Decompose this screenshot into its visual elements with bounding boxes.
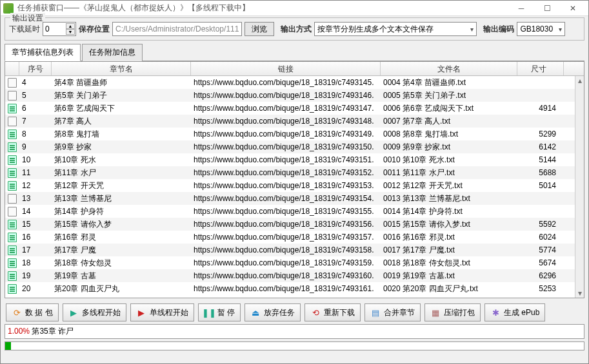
file-status-icon — [8, 117, 17, 126]
cell-link: https://www.bqduo.com/biquge/18_18319/c7… — [191, 104, 381, 113]
cell-link: https://www.bqduo.com/biquge/18_18319/c7… — [191, 78, 381, 87]
cell-name: 第20章 四血灭尸丸 — [52, 283, 191, 294]
table-row[interactable]: 20第20章 四血灭尸丸https://www.bqduo.com/biquge… — [5, 282, 575, 295]
cell-name: 第5章 关门弟子 — [52, 90, 191, 101]
cell-file: 0011 第11章 水尸.txt — [381, 168, 517, 178]
table-header: 序号 章节名 链接 文件名 尺寸 — [5, 62, 584, 76]
cell-size: 4914 — [517, 104, 564, 113]
cell-file: 0012 第12章 开天咒.txt — [381, 180, 517, 191]
table-row[interactable]: 15第15章 请你入梦https://www.bqduo.com/biquge/… — [5, 218, 575, 231]
minimize-button[interactable]: ─ — [508, 1, 534, 15]
cell-seq: 14 — [19, 207, 52, 216]
table-row[interactable]: 19第19章 古墓https://www.bqduo.com/biquge/18… — [5, 269, 575, 282]
merge-button[interactable]: ▤合并章节 — [364, 303, 421, 321]
app-icon — [3, 3, 14, 14]
cell-link: https://www.bqduo.com/biquge/18_18319/c7… — [191, 284, 381, 293]
table-row[interactable]: 11第11章 水尸https://www.bqduo.com/biquge/18… — [5, 166, 575, 179]
table-row[interactable]: 6第6章 艺成闯天下https://www.bqduo.com/biquge/1… — [5, 102, 575, 115]
cell-seq: 17 — [19, 245, 52, 254]
cell-link: https://www.bqduo.com/biquge/18_18319/c7… — [191, 168, 381, 177]
vertical-scrollbar[interactable]: ▴▾ — [575, 76, 584, 298]
compress-icon: ▦ — [430, 307, 441, 318]
col-file[interactable]: 文件名 — [381, 62, 517, 75]
cell-link: https://www.bqduo.com/biquge/18_18319/c7… — [191, 233, 381, 242]
table-row[interactable]: 14第14章 护身符https://www.bqduo.com/biquge/1… — [5, 205, 575, 218]
data-pack-icon: ⟳ — [12, 307, 22, 318]
delay-spinner[interactable]: 0 ▲▼ — [43, 22, 76, 36]
cell-file: 0005 第5章 关门弟子.txt — [381, 90, 517, 101]
compress-button[interactable]: ▦压缩打包 — [424, 303, 481, 321]
table-row[interactable]: 8第8章 鬼打墙https://www.bqduo.com/biquge/18_… — [5, 128, 575, 140]
table-row[interactable]: 4第4章 苗疆蛊师https://www.bqduo.com/biquge/18… — [5, 76, 575, 89]
col-size[interactable]: 尺寸 — [517, 62, 564, 75]
file-status-icon — [8, 194, 17, 204]
pause-button[interactable]: ❚❚暂 停 — [198, 303, 241, 321]
cell-file: 0006 第6章 艺成闯天下.txt — [381, 103, 517, 114]
file-status-icon — [8, 271, 17, 281]
file-status-icon — [8, 168, 17, 178]
cell-size: 5144 — [517, 155, 564, 164]
file-status-icon — [8, 258, 17, 268]
cell-name: 第16章 邪灵 — [52, 232, 191, 243]
cell-file: 0015 第15章 请你入梦.txt — [381, 219, 517, 230]
table-row[interactable]: 5第5章 关门弟子https://www.bqduo.com/biquge/18… — [5, 89, 575, 102]
file-status-icon — [8, 245, 17, 255]
table-row[interactable]: 16第16章 邪灵https://www.bqduo.com/biquge/18… — [5, 231, 575, 244]
abandon-button[interactable]: ⏏放弃任务 — [245, 303, 301, 321]
cell-size: 5014 — [517, 181, 564, 190]
close-button[interactable]: ✕ — [560, 1, 586, 15]
cell-size: 5774 — [517, 245, 564, 254]
cell-link: https://www.bqduo.com/biquge/18_18319/c7… — [191, 245, 381, 254]
chapter-table: 序号 章节名 链接 文件名 尺寸 4第4章 苗疆蛊师https://www.bq… — [5, 61, 584, 298]
table-row[interactable]: 10第10章 死水https://www.bqduo.com/biquge/18… — [5, 153, 575, 166]
cell-file: 0009 第9章 抄家.txt — [381, 142, 517, 153]
single-start-button[interactable]: ▶单线程开始 — [130, 303, 194, 321]
save-path-field[interactable]: C:/Users/Administrator/Desktop/111 — [112, 22, 242, 36]
progress-fill — [5, 342, 11, 350]
table-body[interactable]: 4第4章 苗疆蛊师https://www.bqduo.com/biquge/18… — [5, 76, 575, 298]
file-status-icon — [8, 142, 17, 152]
data-pack-button[interactable]: ⟳数 据 包 — [6, 303, 59, 321]
spinner-arrows-icon[interactable]: ▲▼ — [66, 23, 75, 35]
browse-button[interactable]: 浏览 — [245, 22, 274, 36]
cell-seq: 4 — [19, 78, 52, 87]
tab-extra-info[interactable]: 任务附加信息 — [82, 44, 143, 61]
table-row[interactable]: 13第13章 兰博基尼https://www.bqduo.com/biquge/… — [5, 192, 575, 205]
table-row[interactable]: 7第7章 高人https://www.bqduo.com/biquge/18_1… — [5, 115, 575, 128]
cell-seq: 13 — [19, 194, 52, 203]
cell-file: 0016 第16章 邪灵.txt — [381, 232, 517, 243]
table-row[interactable]: 12第12章 开天咒https://www.bqduo.com/biquge/1… — [5, 179, 575, 192]
cell-name: 第8章 鬼打墙 — [52, 129, 191, 140]
tab-chapter-list[interactable]: 章节捕获信息列表 — [5, 44, 81, 61]
redownload-button[interactable]: ⟲重新下载 — [304, 303, 361, 321]
abandon-icon: ⏏ — [250, 307, 261, 318]
cell-seq: 7 — [19, 117, 52, 126]
table-row[interactable]: 17第17章 尸魔https://www.bqduo.com/biquge/18… — [5, 244, 575, 256]
table-row[interactable]: 9第9章 抄家https://www.bqduo.com/biquge/18_1… — [5, 140, 575, 153]
status-text: 第35章 诈尸 — [32, 327, 74, 336]
col-link[interactable]: 链接 — [191, 62, 381, 75]
cell-size: 6142 — [517, 142, 564, 151]
cell-file: 0017 第17章 尸魔.txt — [381, 245, 517, 256]
cell-name: 第10章 死水 — [52, 155, 191, 166]
multi-start-button[interactable]: ▶多线程开始 — [63, 303, 126, 321]
col-name[interactable]: 章节名 — [52, 62, 191, 75]
maximize-button[interactable]: ☐ — [534, 1, 560, 15]
cell-size: 6024 — [517, 233, 564, 242]
cell-name: 第12章 开天咒 — [52, 180, 191, 191]
toolbar: ⟳数 据 包▶多线程开始▶单线程开始❚❚暂 停⏏放弃任务⟲重新下载▤合并章节▦压… — [1, 301, 588, 324]
col-seq[interactable]: 序号 — [19, 62, 52, 75]
cell-link: https://www.bqduo.com/biquge/18_18319/c7… — [191, 194, 381, 203]
table-row[interactable]: 18第18章 侍女怨灵https://www.bqduo.com/biquge/… — [5, 256, 575, 269]
cell-name: 第4章 苗疆蛊师 — [52, 77, 191, 88]
status-bar: 1.00% 第35章 诈尸 — [5, 324, 584, 339]
cell-name: 第11章 水尸 — [52, 168, 191, 178]
cell-name: 第14章 护身符 — [52, 206, 191, 217]
epub-button[interactable]: ✱生成 ePub — [484, 303, 545, 321]
encoding-select[interactable]: GB18030 — [517, 22, 565, 36]
output-mode-select[interactable]: 按章节分别生成多个文本文件保存 — [314, 22, 477, 36]
cell-name: 第6章 艺成闯天下 — [52, 103, 191, 114]
window-title: 任务捕获窗口——《茅山捉鬼人（都市捉妖人）》【多线程下载中】 — [17, 3, 508, 14]
epub-icon: ✱ — [490, 307, 501, 318]
cell-file: 0018 第18章 侍女怨灵.txt — [381, 258, 517, 269]
